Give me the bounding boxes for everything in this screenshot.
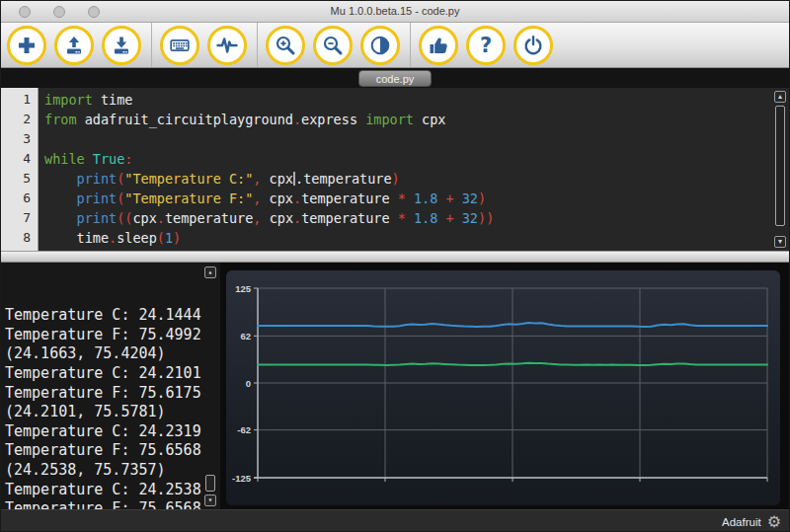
serial-console[interactable]: Temperature C: 24.1444Temperature F: 75.… <box>1 263 220 509</box>
console-scroll-down-button[interactable]: ▾ <box>204 494 216 506</box>
bottom-panes: Temperature C: 24.1444Temperature F: 75.… <box>1 263 789 509</box>
magnifier-minus-icon <box>321 34 345 57</box>
line-number: 1 <box>1 90 31 110</box>
mu-window: Mu 1.0.0.beta.15 - code.py ? code.py 123… <box>0 0 790 532</box>
keyboard-icon <box>167 34 193 57</box>
console-line: Temperature C: 24.2538 <box>5 481 220 500</box>
line-number: 5 <box>1 169 31 189</box>
console-line: Temperature C: 24.2101 <box>5 364 220 384</box>
contrast-icon <box>368 34 392 57</box>
status-brand-label: Adafruit <box>722 516 761 528</box>
magnifier-plus-icon <box>274 34 297 57</box>
check-button[interactable] <box>419 26 458 65</box>
code-line: import time <box>44 90 789 110</box>
svg-text:-62: -62 <box>237 424 251 435</box>
editor-scroll-down-button[interactable]: ▾ <box>774 236 786 248</box>
code-line: time.sleep(1) <box>44 228 789 248</box>
console-line: Temperature F: 75.6175 <box>5 384 220 404</box>
svg-text:-125: -125 <box>232 473 252 484</box>
console-line: (24.1663, 75.4204) <box>5 344 220 364</box>
zoom-out-button[interactable] <box>313 26 353 65</box>
svg-text:62: 62 <box>240 331 251 342</box>
code-editor[interactable]: 12345678 import timefrom adafruit_circui… <box>1 88 789 251</box>
line-number: 6 <box>1 189 31 208</box>
console-scrollbar-thumb[interactable] <box>205 475 215 492</box>
plus-icon <box>15 34 39 57</box>
toolbar: ? <box>1 23 789 68</box>
load-button[interactable] <box>54 26 94 65</box>
toolbar-separator <box>257 23 258 67</box>
console-line: Temperature C: 24.2319 <box>5 422 220 442</box>
toolbar-separator <box>410 23 411 67</box>
console-line: Temperature F: 75.6568 <box>5 499 220 509</box>
console-scroll-up-button[interactable]: ▴ <box>204 266 216 278</box>
console-line: Temperature F: 75.6568 <box>5 441 220 461</box>
repl-button[interactable] <box>160 26 199 65</box>
minimize-window-button[interactable] <box>53 6 65 18</box>
maximize-window-button[interactable] <box>88 6 100 18</box>
plotter-pane: 125620-62-125 <box>220 263 789 509</box>
upload-icon <box>62 34 86 57</box>
new-button[interactable] <box>7 26 46 65</box>
window-title: Mu 1.0.0.beta.15 - code.py <box>1 1 789 22</box>
line-number: 2 <box>1 110 31 129</box>
console-line: Temperature C: 24.1444 <box>5 306 220 326</box>
line-number-gutter: 12345678 <box>1 88 39 251</box>
toolbar-separator <box>151 23 152 67</box>
download-icon <box>110 34 133 57</box>
code-line: print("Temperature C:", cpx.temperature) <box>44 169 789 189</box>
splitter-handle[interactable] <box>1 251 789 263</box>
code-line: while True: <box>44 149 789 169</box>
line-number: 4 <box>1 149 31 169</box>
code-line: print((cpx.temperature, cpx.temperature … <box>44 208 789 228</box>
power-icon <box>521 34 545 57</box>
thumbs-up-icon <box>427 34 450 57</box>
question-icon: ? <box>480 34 492 57</box>
save-button[interactable] <box>102 26 141 65</box>
line-number: 3 <box>1 129 31 149</box>
code-line: print("Temperature F:", cpx.temperature … <box>44 189 789 208</box>
traffic-lights <box>19 6 100 18</box>
console-line: (24.2538, 75.7357) <box>5 461 220 481</box>
svg-text:125: 125 <box>235 283 252 294</box>
plotter-panel: 125620-62-125 <box>226 270 780 505</box>
theme-button[interactable] <box>360 26 400 65</box>
code-line: from adafruit_circuitplayground.express … <box>44 110 789 129</box>
quit-button[interactable] <box>514 26 553 65</box>
console-line: Temperature F: 75.4992 <box>5 326 220 345</box>
editor-scrollbar-thumb[interactable] <box>775 106 785 226</box>
console-output: Temperature C: 24.1444Temperature F: 75.… <box>5 306 220 509</box>
code-line <box>44 129 789 149</box>
tab-bar: code.py <box>1 68 789 88</box>
editor-scroll-up-button[interactable]: ▴ <box>774 91 786 103</box>
gear-icon[interactable]: ⚙ <box>767 514 781 530</box>
zoom-in-button[interactable] <box>266 26 305 65</box>
line-number: 7 <box>1 208 31 228</box>
waveform-icon <box>214 34 240 57</box>
plotter-button[interactable] <box>207 26 247 65</box>
close-window-button[interactable] <box>19 6 31 18</box>
line-number: 8 <box>1 228 31 248</box>
status-bar: Adafruit ⚙ <box>1 509 789 532</box>
console-line: (24.2101, 75.5781) <box>5 403 220 422</box>
code-text-area[interactable]: import timefrom adafruit_circuitplaygrou… <box>39 88 789 251</box>
svg-text:0: 0 <box>246 378 251 389</box>
titlebar: Mu 1.0.0.beta.15 - code.py <box>1 1 789 23</box>
tab-code-py[interactable]: code.py <box>358 70 433 87</box>
temperature-plot: 125620-62-125 <box>226 270 780 505</box>
help-button[interactable]: ? <box>466 26 506 65</box>
